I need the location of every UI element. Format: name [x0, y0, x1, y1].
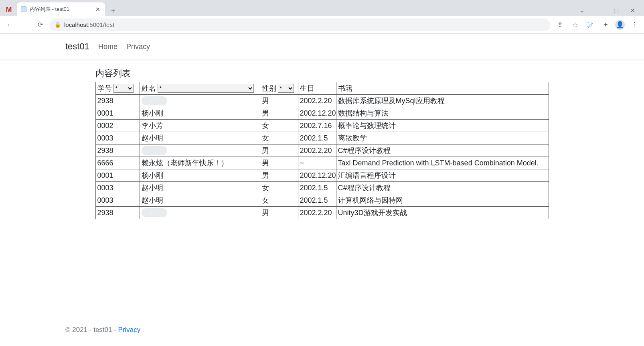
- bookmark-icon[interactable]: ☆: [569, 19, 581, 31]
- hdr-name: 姓名 *: [140, 82, 260, 95]
- cell-gender: 女: [260, 132, 298, 145]
- hdr-gender: 性别 *: [260, 82, 298, 95]
- forward-icon: →: [19, 19, 30, 31]
- table-body: 2938男2002.2.20数据库系统原理及MySql应用教程0001杨小刚男2…: [95, 95, 549, 219]
- maximize-icon[interactable]: ▢: [610, 7, 622, 14]
- cell-name: [140, 95, 260, 107]
- cell-id: 0003: [95, 194, 140, 207]
- cell-name: 杨小刚: [140, 107, 260, 120]
- window-controls: ⌄ — ▢ ✕: [577, 7, 642, 16]
- table-row: 0001杨小刚男2002.12.20数据结构与算法: [95, 107, 549, 120]
- cell-name: 李小芳: [140, 120, 260, 132]
- footer-text: © 2021 - test01 -: [65, 326, 118, 334]
- close-window-icon[interactable]: ✕: [627, 7, 638, 14]
- table-row: 2938男2002.2.20数据库系统原理及MySql应用教程: [95, 95, 549, 107]
- cell-id: 0003: [95, 132, 140, 145]
- favicon-icon: [21, 6, 26, 12]
- address-bar[interactable]: 🔒 localhost:5001/test: [50, 18, 550, 31]
- filter-gender-select[interactable]: *: [278, 84, 294, 93]
- hdr-birth: 生日: [298, 82, 336, 95]
- cell-book: C#程序设计教程: [336, 145, 549, 157]
- cell-gender: 女: [260, 194, 298, 207]
- pinned-tab-icon[interactable]: M: [2, 3, 16, 16]
- cell-gender: 男: [260, 107, 298, 120]
- page-title: 内容列表: [95, 67, 549, 79]
- hdr-id-label: 学号: [97, 83, 112, 93]
- cell-birth: 2002.2.20: [298, 145, 336, 157]
- page: test01 Home Privacy 内容列表 学号 *: [0, 34, 644, 346]
- footer: © 2021 - test01 - Privacy: [0, 320, 644, 346]
- minimize-icon[interactable]: —: [593, 7, 605, 14]
- tab-strip: M 内容列表 - test01 ✕ ＋ ⌄ — ▢ ✕: [0, 0, 644, 16]
- hdr-id: 学号 *: [95, 82, 140, 95]
- url-host: localhost: [64, 21, 88, 28]
- table-row: 6666赖永炫（老师新年快乐！）男~Taxi Demand Prediction…: [95, 157, 549, 169]
- toolbar: ← → ⟳ 🔒 localhost:5001/test ⇪ ☆ 🕊 ✦ 👤 ⋮: [0, 16, 644, 34]
- cell-name: [140, 207, 260, 219]
- table-row: 0003赵小明女2002.1.5C#程序设计教程: [95, 182, 549, 194]
- url-port: :5001: [88, 21, 103, 28]
- cell-birth: 2002.1.5: [298, 132, 336, 145]
- cell-name: 赵小明: [140, 182, 260, 194]
- share-icon[interactable]: ⇪: [554, 19, 565, 31]
- browser-chrome: M 内容列表 - test01 ✕ ＋ ⌄ — ▢ ✕ ← → ⟳ 🔒 loca…: [0, 0, 644, 34]
- filter-name-select[interactable]: *: [158, 84, 254, 93]
- cell-gender: 男: [260, 157, 298, 169]
- table-row: 2938男2002.2.20C#程序设计教程: [95, 145, 549, 157]
- cell-gender: 男: [260, 145, 298, 157]
- reload-icon[interactable]: ⟳: [34, 19, 46, 31]
- cell-birth: 2002.7.16: [298, 120, 336, 132]
- footer-privacy-link[interactable]: Privacy: [118, 326, 141, 334]
- hdr-name-label: 姓名: [142, 83, 156, 93]
- cell-book: 计算机网络与因特网: [336, 194, 549, 207]
- cell-id: 2938: [95, 145, 140, 157]
- toolbar-right: ⇪ ☆ 🕊 ✦ 👤 ⋮: [554, 19, 640, 31]
- kebab-menu-icon[interactable]: ⋮: [629, 19, 640, 31]
- cell-birth: 2002.1.5: [298, 182, 336, 194]
- cell-gender: 男: [260, 169, 298, 182]
- filter-id-select[interactable]: *: [113, 84, 134, 93]
- nav-privacy[interactable]: Privacy: [126, 43, 150, 51]
- cell-book: 汇编语言程序设计: [336, 169, 549, 182]
- cell-id: 2938: [95, 207, 140, 219]
- table-row: 0001杨小刚男2002.12.20汇编语言程序设计: [95, 169, 549, 182]
- content: 内容列表 学号 *: [95, 59, 549, 235]
- cell-gender: 女: [260, 182, 298, 194]
- cell-birth: 2002.12.20: [298, 107, 336, 120]
- cell-book: 数据库系统原理及MySql应用教程: [336, 95, 549, 107]
- cell-id: 0003: [95, 182, 140, 194]
- cell-id: 6666: [95, 157, 140, 169]
- cell-book: 数据结构与算法: [336, 107, 549, 120]
- chevron-down-icon[interactable]: ⌄: [577, 7, 588, 14]
- cell-id: 0002: [95, 120, 140, 132]
- cell-book: Unity3D游戏开发实战: [336, 207, 549, 219]
- data-table: 学号 * 姓名 *: [95, 82, 549, 219]
- cell-name: 赵小明: [140, 132, 260, 145]
- active-tab[interactable]: 内容列表 - test01 ✕: [17, 2, 105, 16]
- nav-home[interactable]: Home: [98, 43, 117, 51]
- close-tab-icon[interactable]: ✕: [95, 6, 101, 12]
- brand-link[interactable]: test01: [65, 41, 89, 52]
- cell-birth: ~: [298, 157, 336, 169]
- cell-id: 0001: [95, 169, 140, 182]
- cell-gender: 男: [260, 95, 298, 107]
- cell-id: 2938: [95, 95, 140, 107]
- cell-id: 0001: [95, 107, 140, 120]
- url-text: localhost:5001/test: [64, 21, 114, 28]
- cell-birth: 2002.1.5: [298, 194, 336, 207]
- lock-icon: 🔒: [55, 22, 61, 28]
- navbar: test01 Home Privacy: [0, 34, 644, 59]
- cell-birth: 2002.2.20: [298, 95, 336, 107]
- new-tab-button[interactable]: ＋: [107, 5, 119, 16]
- table-row: 0003赵小明女2002.1.5离散数学: [95, 132, 549, 145]
- extension-bird-icon[interactable]: 🕊: [585, 19, 596, 31]
- cell-name: 杨小刚: [140, 169, 260, 182]
- cell-name: 赖永炫（老师新年快乐！）: [140, 157, 260, 169]
- extensions-icon[interactable]: ✦: [600, 19, 611, 31]
- cell-name: 赵小明: [140, 194, 260, 207]
- profile-avatar-icon[interactable]: 👤: [615, 20, 625, 30]
- cell-gender: 女: [260, 120, 298, 132]
- back-icon[interactable]: ←: [4, 19, 15, 31]
- table-row: 2938男2002.2.20Unity3D游戏开发实战: [95, 207, 549, 219]
- header-row: 学号 * 姓名 *: [95, 82, 549, 95]
